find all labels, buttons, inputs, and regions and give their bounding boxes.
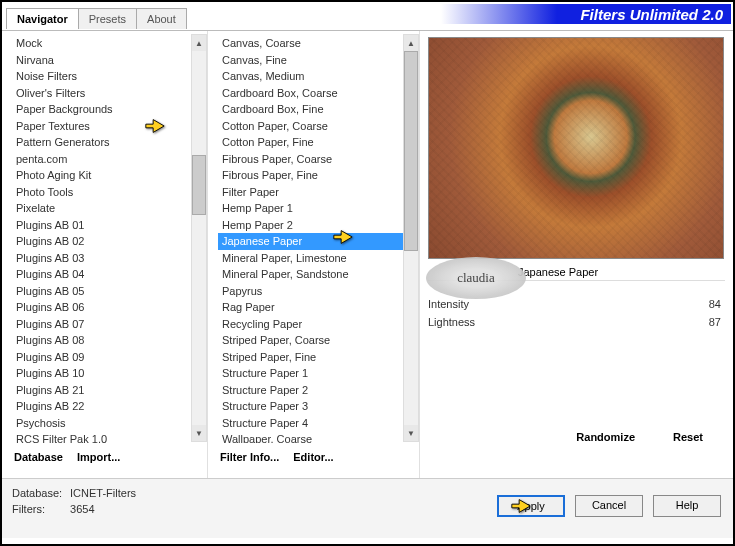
scroll-thumb[interactable] [404,51,418,251]
param-value: 84 [709,298,721,310]
category-item[interactable]: Plugins AB 10 [12,365,207,382]
reset-button[interactable]: Reset [669,429,707,445]
filter-item[interactable]: Structure Paper 4 [218,415,419,432]
scroll-down-icon[interactable]: ▼ [404,425,418,441]
category-item[interactable]: RCS Filter Pak 1.0 [12,431,207,443]
randomize-button[interactable]: Randomize [572,429,639,445]
filter-item[interactable]: Fibrous Paper, Coarse [218,151,419,168]
category-item[interactable]: Plugins AB 01 [12,217,207,234]
param-value: 87 [709,316,721,328]
help-button[interactable]: Help [653,495,721,517]
category-item[interactable]: Psychosis [12,415,207,432]
category-item[interactable]: Photo Aging Kit [12,167,207,184]
filter-item[interactable]: Structure Paper 1 [218,365,419,382]
category-item[interactable]: Plugins AB 08 [12,332,207,349]
filter-item[interactable]: Structure Paper 3 [218,398,419,415]
filter-item[interactable]: Fibrous Paper, Fine [218,167,419,184]
category-item[interactable]: Oliver's Filters [12,85,207,102]
filter-item[interactable]: Mineral Paper, Sandstone [218,266,419,283]
filter-item[interactable]: Cotton Paper, Coarse [218,118,419,135]
category-item[interactable]: Plugins AB 09 [12,349,207,366]
filter-item[interactable]: Striped Paper, Fine [218,349,419,366]
filter-item[interactable]: Hemp Paper 1 [218,200,419,217]
category-item[interactable]: Mock [12,35,207,52]
editor-button[interactable]: Editor... [289,449,337,465]
filter-item[interactable]: Hemp Paper 2 [218,217,419,234]
category-item[interactable]: Pixelate [12,200,207,217]
preview-image [428,37,724,259]
filter-item[interactable]: Wallpaper, Coarse [218,431,419,443]
filter-item[interactable]: Canvas, Coarse [218,35,419,52]
param-lightness[interactable]: Lightness 87 [428,313,725,331]
filter-item[interactable]: Filter Paper [218,184,419,201]
category-list[interactable]: MockNirvanaNoise FiltersOliver's Filters… [2,35,207,443]
filter-item[interactable]: Recycling Paper [218,316,419,333]
param-label: Intensity [428,298,469,310]
category-item[interactable]: Plugins AB 02 [12,233,207,250]
filters-count: 3654 [70,503,94,515]
category-item[interactable]: Nirvana [12,52,207,69]
filter-item[interactable]: Mineral Paper, Limestone [218,250,419,267]
filter-list[interactable]: Canvas, CoarseCanvas, FineCanvas, Medium… [208,35,419,443]
cancel-button[interactable]: Cancel [575,495,643,517]
category-item[interactable]: penta.com [12,151,207,168]
filter-item[interactable]: Papyrus [218,283,419,300]
filter-item[interactable]: Canvas, Fine [218,52,419,69]
category-item[interactable]: Plugins AB 05 [12,283,207,300]
scrollbar-col2[interactable]: ▲ ▼ [403,34,419,442]
category-item[interactable]: Noise Filters [12,68,207,85]
param-label: Lightness [428,316,475,328]
tab-presets[interactable]: Presets [78,8,137,29]
scrollbar-col1[interactable]: ▲ ▼ [191,34,207,442]
filter-item[interactable]: Cotton Paper, Fine [218,134,419,151]
filter-item[interactable]: Structure Paper 2 [218,382,419,399]
tab-navigator[interactable]: Navigator [6,8,79,29]
filter-item[interactable]: Rag Paper [218,299,419,316]
category-item[interactable]: Plugins AB 22 [12,398,207,415]
category-item[interactable]: Plugins AB 07 [12,316,207,333]
database-button[interactable]: Database [10,449,67,465]
brand-title: Filters Unlimited 2.0 [580,6,723,23]
filter-item[interactable]: Cardboard Box, Coarse [218,85,419,102]
scroll-up-icon[interactable]: ▲ [404,35,418,51]
brand-banner: Filters Unlimited 2.0 [441,4,731,24]
category-item[interactable]: Photo Tools [12,184,207,201]
filter-item[interactable]: Japanese Paper [218,233,419,250]
database-value: ICNET-Filters [70,487,136,499]
filter-item[interactable]: Canvas, Medium [218,68,419,85]
filters-label: Filters: [12,501,67,517]
filter-item[interactable]: Striped Paper, Coarse [218,332,419,349]
import-button[interactable]: Import... [73,449,124,465]
scroll-up-icon[interactable]: ▲ [192,35,206,51]
category-item[interactable]: Pattern Generators [12,134,207,151]
category-item[interactable]: Paper Backgrounds [12,101,207,118]
scroll-thumb[interactable] [192,155,206,215]
category-item[interactable]: Plugins AB 06 [12,299,207,316]
database-label: Database: [12,485,67,501]
tab-about[interactable]: About [136,8,187,29]
category-item[interactable]: Plugins AB 04 [12,266,207,283]
watermark: claudia [426,257,526,299]
apply-button[interactable]: Apply [497,495,565,517]
scroll-down-icon[interactable]: ▼ [192,425,206,441]
filter-item[interactable]: Cardboard Box, Fine [218,101,419,118]
category-item[interactable]: Plugins AB 21 [12,382,207,399]
category-item[interactable]: Paper Textures [12,118,207,135]
filter-info-button[interactable]: Filter Info... [216,449,283,465]
category-item[interactable]: Plugins AB 03 [12,250,207,267]
